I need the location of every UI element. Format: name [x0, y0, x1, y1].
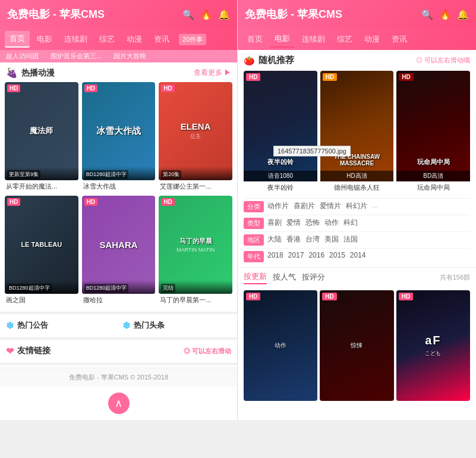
left-footer: 免费电影 - 苹果CMS © 2015-2018 — [0, 368, 237, 387]
anime-overlay-3: 第20集 — [159, 167, 232, 180]
right-nav-home[interactable]: 首页 — [242, 32, 267, 47]
filter-region-tw[interactable]: 台湾 — [305, 234, 320, 244]
bottom-movie-grid: HD 动作 HD 惊悚 HD aF こども — [238, 288, 476, 403]
filter-region-us[interactable]: 美国 — [324, 234, 339, 244]
movie-title-6: 马丁的早晨第一... — [159, 296, 232, 305]
filter-year-2014[interactable]: 2014 — [350, 251, 366, 259]
marquee-item-1[interactable]: 超人访问团 — [6, 52, 39, 61]
cover-main-5: SAHARA — [99, 240, 137, 250]
random-card-2[interactable]: HD THE CHAINSAWMASSACRE HD高清 德州电锯杀人狂 — [320, 71, 394, 192]
right-nav: 首页 电影 连续剧 综艺 动漫 资讯 — [238, 29, 476, 50]
scroll-up-container: ∧ — [0, 387, 237, 420]
nav-item-movie[interactable]: 电影 — [32, 32, 57, 47]
filter-region-fr[interactable]: 法国 — [343, 234, 358, 244]
nav-item-news[interactable]: 资讯 — [149, 32, 174, 47]
filter-year-2016[interactable]: 2016 — [308, 251, 324, 259]
anime-card-3[interactable]: HD ELENA 公主 第20集 艾莲娜公主第一... — [159, 82, 232, 191]
bottom-sections-row: ❄ 热门公告 ❄ 热门头条 — [0, 316, 237, 335]
filter-items-category: 动作片 喜剧片 爱情片 科幻片 ... — [267, 201, 378, 211]
right-nav-movie[interactable]: 电影 — [270, 31, 295, 48]
movie-card-5[interactable]: HD SAHARA BD1280超清中字 撒哈拉 — [82, 196, 156, 305]
bottom-poster-1: HD 动作 — [244, 290, 317, 401]
movie-grid-row2: HD LE TABLEAU BD1280超清中字 画之国 HD SAHARA B… — [0, 196, 237, 309]
filter-region-mainland[interactable]: 大陆 — [267, 234, 282, 244]
random-card-3[interactable]: HD 玩命局中局 BD高清 玩命局中局 — [396, 71, 470, 192]
movie-poster-5: HD SAHARA BD1280超清中字 — [82, 196, 156, 294]
filter-region-hk[interactable]: 香港 — [286, 234, 301, 244]
random-grid-container: HD 夜半凶铃 语音1080 夜半凶铃 HD THE CHAINSAWMASSA… — [244, 71, 470, 192]
filter-year-2018[interactable]: 2018 — [267, 251, 283, 259]
filter-items-region: 大陆 香港 台湾 美国 法国 — [267, 234, 358, 244]
cover-sub-3: 公主 — [190, 133, 201, 140]
sort-tab-rating[interactable]: 按评分 — [302, 272, 325, 284]
rc2-inner: THE CHAINSAWMASSACRE — [320, 71, 394, 181]
right-bell-icon[interactable]: 🔔 — [457, 9, 469, 20]
sort-tab-update[interactable]: 按更新 — [244, 271, 267, 284]
random-section: 🍅 随机推荐 ◎ 可以左右滑动哦 HD 夜半凶铃 语音1080 夜半凶铃 — [238, 50, 476, 196]
filter-item-more[interactable]: ... — [372, 201, 378, 211]
hd-badge-2: HD — [84, 84, 97, 92]
anime-card-1[interactable]: HD 魔法师 更新至第9集 从零开始的魔法... — [5, 82, 78, 191]
filter-type-scifi[interactable]: 科幻 — [343, 218, 358, 228]
filter-row-type: 类型 喜剧 爱情 恐怖 动作 科幻 — [244, 215, 470, 229]
right-nav-series[interactable]: 连续剧 — [297, 32, 330, 47]
nav-item-variety[interactable]: 综艺 — [94, 32, 119, 47]
random-label-1: 语音1080 — [244, 171, 317, 181]
filter-row-category: 分类 动作片 喜剧片 爱情片 科幻片 ... — [244, 198, 470, 212]
anime-more-link[interactable]: 查看更多 ▶ — [194, 68, 231, 78]
cover-main-2: 冰雪大作战 — [96, 126, 141, 137]
nav-item-anime[interactable]: 动漫 — [122, 32, 147, 47]
filter-item-comedy[interactable]: 喜剧片 — [294, 201, 315, 211]
nav-item-home[interactable]: 首页 — [5, 31, 30, 48]
anime-title-2: 冰雪大作战 — [82, 182, 156, 191]
right-nav-anime[interactable]: 动漫 — [360, 32, 384, 47]
movie-overlay-6: 完结 — [159, 280, 232, 294]
notice-section: ❄ 热门公告 — [6, 320, 115, 331]
random-grid: HD 夜半凶铃 语音1080 夜半凶铃 HD THE CHAINSAWMASSA… — [244, 71, 470, 192]
random-label-3: BD高清 — [396, 171, 470, 181]
sort-tab-popularity[interactable]: 按人气 — [273, 272, 296, 284]
filter-item-action[interactable]: 动作片 — [267, 201, 289, 211]
right-fire-icon[interactable]: 🔥 — [439, 9, 451, 20]
filter-type-horror[interactable]: 恐怖 — [305, 218, 320, 228]
movie-card-6[interactable]: HD 马丁的早晨 MARTIN MATIN 完结 马丁的早晨第一... — [159, 196, 232, 305]
right-nav-variety[interactable]: 综艺 — [332, 32, 357, 47]
movie-card-4[interactable]: HD LE TABLEAU BD1280超清中字 画之国 — [5, 196, 78, 305]
search-icon[interactable]: 🔍 — [182, 9, 194, 20]
filter-year-2017[interactable]: 2017 — [288, 251, 304, 259]
bottom-quality-3: HD — [399, 293, 413, 300]
movie-poster-4: HD LE TABLEAU BD1280超清中字 — [5, 196, 78, 294]
quality-badge-3: HD — [399, 73, 413, 81]
hd-badge-1: HD — [7, 84, 20, 92]
bottom-card-1[interactable]: HD 动作 — [244, 290, 317, 401]
random-card-1[interactable]: HD 夜半凶铃 语音1080 夜半凶铃 — [244, 71, 317, 192]
right-nav-news[interactable]: 资讯 — [387, 32, 412, 47]
random-name-3: 玩命局中局 — [396, 183, 470, 192]
divider-3 — [0, 363, 237, 365]
scroll-up-button[interactable]: ∧ — [108, 393, 130, 414]
bottom-card-3[interactable]: HD aF こども — [396, 290, 470, 401]
fire-icon[interactable]: 🔥 — [200, 9, 212, 20]
nav-badge: 20件事 — [179, 34, 206, 45]
bell-icon[interactable]: 🔔 — [218, 9, 230, 20]
marquee-item-2[interactable]: 围炉音乐会第三... — [51, 52, 102, 61]
bottom-card-2[interactable]: HD 惊悚 — [320, 290, 393, 401]
filter-type-romance[interactable]: 爱情 — [286, 218, 301, 228]
anime-section-title-left: 🍇 热播动漫 — [6, 67, 55, 79]
left-header: 免费电影 - 苹果CMS 🔍 🔥 🔔 — [0, 0, 237, 29]
cover-main-6: 马丁的早晨 — [179, 237, 212, 246]
filter-type-action[interactable]: 动作 — [324, 218, 339, 228]
filter-label-year: 年代 — [244, 251, 264, 262]
nav-item-series[interactable]: 连续剧 — [59, 32, 92, 47]
anime-title-3: 艾莲娜公主第一... — [159, 182, 232, 191]
marquee-item-3[interactable]: 国片大首映 — [114, 52, 146, 61]
filter-year-2015[interactable]: 2015 — [329, 251, 345, 259]
divider-2 — [0, 337, 237, 340]
right-search-icon[interactable]: 🔍 — [421, 9, 433, 20]
random-name-2: 德州电锯杀人狂 — [320, 183, 394, 192]
anime-card-2[interactable]: HD 冰雪大作战 BD1280超清中字 冰雪大作战 — [82, 82, 156, 191]
filter-type-comedy[interactable]: 喜剧 — [267, 218, 282, 228]
filter-item-romance[interactable]: 爱情片 — [320, 201, 341, 211]
movie-sub-badge-6: 完结 — [161, 284, 175, 293]
filter-item-scifi[interactable]: 科幻片 — [346, 201, 367, 211]
